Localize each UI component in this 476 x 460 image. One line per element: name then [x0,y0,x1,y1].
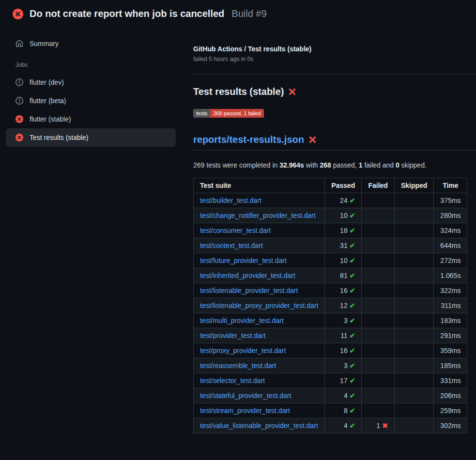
time-cell: 206ms [434,388,467,403]
badge-value: 268 passed, 1 failed [210,109,263,118]
time-cell: 331ms [434,373,467,388]
run-meta-text: failed 5 hours ago in 0s [193,56,476,62]
test-suite-link[interactable]: test/proxy_provider_test.dart [200,347,286,354]
results-table-head-row: Test suitePassedFailedSkippedTime [194,178,467,193]
test-suite-link[interactable]: test/consumer_test.dart [200,227,271,234]
table-row: test/context_test.dart31✔644ms [194,238,467,253]
passed-cell-count: 8 [344,407,348,414]
test-suite-link[interactable]: test/future_provider_test.dart [200,257,287,264]
check-icon: ✔ [350,257,355,264]
test-suite-link[interactable]: test/builder_test.dart [200,197,261,204]
test-suite-cell: test/inherited_provider_test.dart [194,268,325,283]
run-title: Do not create report when job is cancell… [30,8,224,19]
test-suite-cell: test/stateful_provider_test.dart [194,388,325,403]
sidebar-item-label: Test results (stable) [30,134,88,141]
table-row: test/multi_provider_test.dart3✔183ms [194,313,467,328]
passed-cell: 4✔ [325,418,362,433]
sidebar-item-label: flutter (dev) [30,78,64,86]
skipped-cell [394,343,433,358]
sidebar-jobs-list: flutter (dev)flutter (beta)flutter (stab… [6,73,176,147]
table-row: test/future_provider_test.dart10✔272ms [194,253,467,268]
section-title: Test results (stable) [193,86,476,97]
test-suite-cell: test/listenable_provider_test.dart [194,283,325,298]
column-header-test-suite: Test suite [194,178,325,193]
sidebar: Summary Jobs flutter (dev)flutter (beta)… [0,26,182,147]
failed-cell [362,388,394,403]
passed-cell: 12✔ [325,298,362,313]
failed-cell [362,238,394,253]
summary-prefix: 269 tests were completed in [193,161,279,169]
report-file-link[interactable]: reports/test-results.json [193,134,304,145]
x-circle-icon [15,134,23,141]
breadcrumb: GitHub Actions / Test results (stable) [193,45,476,53]
failed-cell [362,373,394,388]
passed-cell-count: 3 [344,362,348,369]
passed-cell-count: 3 [344,317,348,324]
failed-cell [362,343,394,358]
passed-cell: 24✔ [325,193,362,208]
badge-label: tests [193,109,210,118]
test-suite-link[interactable]: test/stream_provider_test.dart [200,407,290,414]
passed-cell-count: 12 [340,302,348,309]
test-suite-link[interactable]: test/context_test.dart [200,242,263,249]
test-suite-link[interactable]: test/value_listenable_provider_test.dart [200,422,318,429]
failed-cell [362,268,394,283]
passed-cell-count: 31 [340,242,348,249]
sidebar-item-flutter-beta[interactable]: flutter (beta) [6,92,176,110]
check-icon: ✔ [350,362,355,369]
page-layout: Summary Jobs flutter (dev)flutter (beta)… [0,26,476,433]
test-suite-link[interactable]: test/listenable_provider_test.dart [200,287,298,294]
failed-cell [362,253,394,268]
passed-cell: 18✔ [325,223,362,238]
check-icon: ✔ [350,242,355,249]
report-heading: reports/test-results.json [193,134,476,151]
x-circle-icon [15,115,23,123]
test-suite-link[interactable]: test/provider_test.dart [200,332,265,339]
sidebar-item-test-results-stable[interactable]: Test results (stable) [6,128,176,147]
summary-passed-count: 268 [320,161,331,169]
sidebar-item-flutter-dev[interactable]: flutter (dev) [6,73,176,92]
run-failed-icon [13,9,23,19]
passed-cell: 17✔ [325,373,362,388]
failed-cell-count: 1 [376,422,380,429]
table-row: test/builder_test.dart24✔375ms [194,193,467,208]
home-icon [15,40,23,47]
check-icon: ✔ [350,392,355,399]
skipped-cell [394,223,433,238]
passed-cell-count: 4 [344,392,348,399]
table-row: test/proxy_provider_test.dart16✔359ms [194,343,467,358]
test-suite-link[interactable]: test/listenable_proxy_provider_test.dart [200,302,318,309]
test-suite-link[interactable]: test/inherited_provider_test.dart [200,272,295,279]
passed-cell-count: 10 [340,212,348,219]
summary-mid1: with [304,161,320,169]
test-suite-link[interactable]: test/selector_test.dart [200,377,265,384]
test-suite-link[interactable]: test/multi_provider_test.dart [200,317,284,324]
tests-badge: tests 268 passed, 1 failed [193,109,264,118]
test-suite-link[interactable]: test/change_notifier_provider_test.dart [200,212,316,219]
test-suite-link[interactable]: test/reassemble_test.dart [200,362,276,369]
sidebar-item-label: Summary [30,40,59,47]
sidebar-item-summary[interactable]: Summary [6,34,176,53]
sidebar-item-flutter-stable[interactable]: flutter (stable) [6,110,176,128]
header-divider [193,74,476,75]
test-suite-cell: test/value_listenable_provider_test.dart [194,418,325,433]
test-suite-cell: test/future_provider_test.dart [194,253,325,268]
skipped-cell [394,373,433,388]
results-table-body: test/builder_test.dart24✔375mstest/chang… [194,193,467,433]
check-icon: ✔ [350,422,355,429]
passed-cell-count: 16 [340,287,348,294]
test-suite-link[interactable]: test/stateful_provider_test.dart [200,392,291,399]
passed-cell: 16✔ [325,283,362,298]
failed-cell [362,298,394,313]
skipped-cell [394,283,433,298]
summary-suffix: skipped. [399,161,427,169]
column-header-failed: Failed [362,178,394,193]
table-row: test/listenable_proxy_provider_test.dart… [194,298,467,313]
test-suite-cell: test/provider_test.dart [194,328,325,343]
passed-cell: 8✔ [325,403,362,418]
test-suite-cell: test/context_test.dart [194,238,325,253]
section-title-text: Test results (stable) [193,86,284,97]
skipped-cell [394,193,433,208]
passed-cell: 81✔ [325,268,362,283]
skipped-cell [394,403,433,418]
